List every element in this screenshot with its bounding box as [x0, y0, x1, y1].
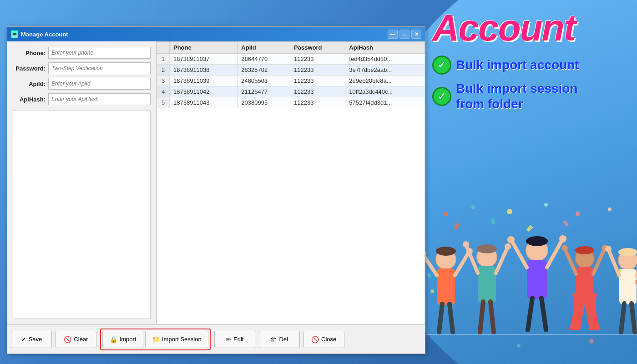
- row-apiid: 28644770: [238, 54, 290, 65]
- table-row[interactable]: 4 18738911042 21125477 112233 10ff2a3dc4…: [157, 86, 425, 97]
- feature2-text: Bulk import sessionfrom folder: [456, 81, 578, 111]
- row-apihash: 10ff2a3dc440c...: [345, 86, 425, 97]
- phone-input[interactable]: [48, 47, 151, 59]
- svg-point-5: [608, 207, 612, 211]
- left-text-area: [13, 111, 151, 319]
- import-label: Import: [120, 336, 136, 343]
- maximize-button[interactable]: □: [399, 30, 410, 39]
- window-body: Phone: Password: ApiId: ApiHash:: [7, 41, 425, 324]
- edit-icon: ✏: [226, 336, 231, 343]
- svg-rect-7: [490, 218, 495, 225]
- row-password: 112233: [290, 65, 345, 76]
- import-session-button[interactable]: 📁 Import Session: [145, 331, 208, 348]
- row-phone: 18738911043: [170, 97, 238, 108]
- footer: ✔ Save 🚫 Clear 🔒 Import 📁 Import Session…: [7, 324, 425, 354]
- row-apiid: 20380995: [238, 97, 290, 108]
- close-window-button[interactable]: ✕: [411, 30, 421, 39]
- row-password: 112233: [290, 54, 345, 65]
- row-phone: 18738911037: [170, 54, 238, 65]
- svg-point-51: [605, 246, 612, 252]
- check1-icon: ✓: [432, 56, 451, 75]
- svg-rect-46: [619, 269, 637, 304]
- svg-line-47: [609, 250, 619, 276]
- svg-point-42: [561, 245, 568, 251]
- row-apiid: 28325702: [238, 65, 290, 76]
- del-label: Del: [279, 336, 288, 343]
- close-label: Close: [321, 336, 336, 343]
- apihash-input[interactable]: [48, 93, 151, 105]
- svg-point-57: [589, 339, 594, 344]
- col-apihash: ApiHash: [345, 42, 425, 54]
- clear-label: Clear: [74, 336, 88, 343]
- edit-button[interactable]: ✏ Edit: [214, 331, 255, 348]
- manage-account-window: 💻 Manage Account — □ ✕ Phone: Password: …: [7, 26, 425, 354]
- import-group: 🔒 Import 📁 Import Session: [100, 329, 211, 350]
- accounts-table: Phone ApiId Password ApiHash 1 187389110…: [157, 41, 425, 108]
- svg-point-26: [463, 241, 469, 248]
- svg-line-34: [541, 298, 546, 330]
- row-apiid: 24805503: [238, 76, 290, 86]
- table-row[interactable]: 2 18738911038 28325702 112233 3e7f7dbe2a…: [157, 65, 425, 76]
- edit-label: Edit: [233, 336, 243, 343]
- phone-label: Phone:: [13, 50, 46, 56]
- svg-line-33: [528, 298, 532, 330]
- close-button[interactable]: 🚫 Close: [303, 331, 344, 348]
- minimize-button[interactable]: —: [388, 30, 398, 39]
- import-icon: 🔒: [110, 336, 117, 343]
- svg-line-15: [439, 304, 442, 332]
- table-row[interactable]: 5 18738911043 20380995 112233 57527f4dd3…: [157, 97, 425, 108]
- col-num: [157, 42, 170, 54]
- row-apihash: 3e7f7dbe2aab...: [345, 65, 425, 76]
- svg-point-35: [507, 236, 515, 243]
- import-session-icon: 📁: [152, 336, 160, 343]
- svg-line-24: [480, 302, 483, 332]
- svg-line-40: [565, 249, 576, 274]
- right-panel: Phone ApiId Password ApiHash 1 187389110…: [157, 41, 425, 324]
- apiid-input[interactable]: [48, 78, 151, 90]
- svg-rect-21: [478, 266, 496, 303]
- table-row[interactable]: 3 18738911039 24805503 112233 2e9eb20bfc…: [157, 76, 425, 86]
- row-num: 3: [157, 76, 170, 86]
- col-apiid: ApiId: [238, 42, 290, 54]
- svg-point-2: [507, 209, 512, 214]
- row-apiid: 21125477: [238, 86, 290, 97]
- svg-point-56: [517, 344, 521, 348]
- close-icon: 🚫: [311, 336, 319, 343]
- left-panel: Phone: Password: ApiId: ApiHash:: [7, 41, 157, 324]
- svg-rect-12: [437, 268, 455, 305]
- del-button[interactable]: 🗑 Del: [259, 331, 300, 348]
- svg-line-16: [450, 304, 453, 332]
- feature2-row: ✓ Bulk import sessionfrom folder: [432, 81, 578, 111]
- row-phone: 18738911042: [170, 86, 238, 97]
- svg-point-38: [575, 246, 594, 254]
- apihash-label: ApiHash:: [13, 96, 46, 103]
- col-password: Password: [290, 42, 345, 54]
- svg-point-45: [618, 248, 637, 256]
- svg-point-27: [505, 243, 511, 250]
- svg-point-1: [471, 205, 475, 209]
- svg-rect-30: [527, 260, 547, 299]
- phone-row: Phone:: [13, 47, 151, 59]
- table-row[interactable]: 1 18738911037 28644770 112233 fed4d354dd…: [157, 54, 425, 65]
- promo-panel: Account ✓ Bulk import account ✓ Bulk imp…: [419, 0, 637, 364]
- svg-line-14: [455, 253, 469, 275]
- row-phone: 18738911038: [170, 65, 238, 76]
- import-button[interactable]: 🔒 Import: [102, 331, 143, 348]
- svg-line-31: [512, 241, 527, 268]
- save-icon: ✔: [21, 336, 26, 343]
- row-phone: 18738911039: [170, 76, 238, 86]
- save-button[interactable]: ✔ Save: [11, 331, 52, 348]
- clear-icon: 🚫: [64, 336, 71, 343]
- people-illustration: [419, 200, 637, 364]
- svg-rect-9: [563, 220, 569, 227]
- row-password: 112233: [290, 97, 345, 108]
- password-label: Password:: [13, 65, 46, 72]
- password-row: Password:: [13, 62, 151, 74]
- svg-point-20: [477, 244, 497, 253]
- feature1-row: ✓ Bulk import account: [432, 56, 579, 75]
- clear-button[interactable]: 🚫 Clear: [56, 331, 96, 348]
- svg-line-25: [490, 302, 494, 332]
- row-num: 4: [157, 86, 170, 97]
- window-title: Manage Account: [21, 31, 68, 38]
- password-input[interactable]: [48, 62, 151, 74]
